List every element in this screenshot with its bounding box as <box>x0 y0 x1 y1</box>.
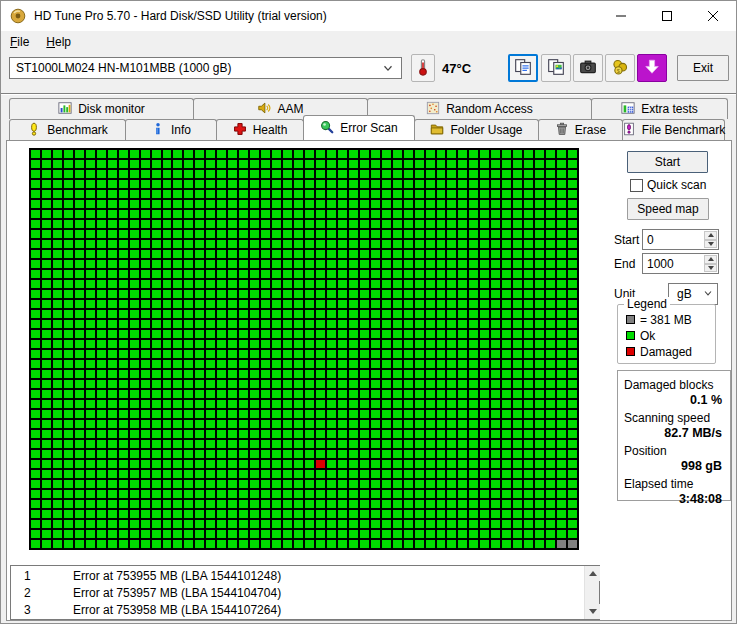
scroll-up-button[interactable] <box>585 566 600 581</box>
scan-block-ok <box>327 310 336 318</box>
erase-icon <box>555 122 569 139</box>
scan-block-ok <box>480 540 489 548</box>
menu-file[interactable]: File <box>2 33 37 51</box>
scan-block-ok <box>250 280 259 288</box>
scan-block-ok <box>415 340 424 348</box>
tab-extra-tests[interactable]: Extra tests <box>591 98 728 119</box>
download-button[interactable] <box>637 54 667 82</box>
tab-erase[interactable]: Erase <box>538 119 623 140</box>
quick-scan-option[interactable]: Quick scan <box>630 178 706 192</box>
error-list[interactable]: 1Error at 753955 MB (LBA 1544101248)2Err… <box>10 565 600 620</box>
temperature-button[interactable] <box>411 54 435 82</box>
scan-block-ok <box>480 430 489 438</box>
scan-block-ok <box>141 360 150 368</box>
speed-map-button[interactable]: Speed map <box>627 198 709 220</box>
scan-block-ok <box>250 440 259 448</box>
buy-button[interactable]: $ <box>605 54 635 82</box>
end-spin-up-button[interactable] <box>704 255 717 264</box>
scan-block-ok <box>327 210 336 218</box>
tab-benchmark[interactable]: Benchmark <box>9 119 126 140</box>
scan-block-ok <box>272 300 281 308</box>
screenshot-button[interactable] <box>573 54 603 82</box>
scan-block-ok <box>42 490 51 498</box>
scan-block-ok <box>513 410 522 418</box>
scan-block-ok <box>404 540 413 548</box>
scan-block-ok <box>31 470 40 478</box>
close-button[interactable] <box>690 1 736 31</box>
tab-folder-usage[interactable]: Folder Usage <box>414 119 539 140</box>
error-list-item[interactable]: 2Error at 753957 MB (LBA 1544104704) <box>11 584 583 601</box>
menu-help[interactable]: Help <box>38 33 79 51</box>
tab-health[interactable]: Health <box>216 119 304 140</box>
quick-scan-checkbox[interactable] <box>630 179 643 192</box>
scan-block-ok <box>173 490 182 498</box>
scan-block-ok <box>250 240 259 248</box>
scan-block-ok <box>546 200 555 208</box>
tab-file-benchmark[interactable]: File Benchmark <box>622 119 725 140</box>
scan-block-ok <box>141 380 150 388</box>
drive-select[interactable]: ST1000LM024 HN-M101MBB (1000 gB) <box>9 57 402 79</box>
scan-block-ok <box>141 440 150 448</box>
scan-block-ok <box>108 230 117 238</box>
scan-block-ok <box>53 410 62 418</box>
exit-button[interactable]: Exit <box>677 55 729 81</box>
end-spin-down-button[interactable] <box>704 264 717 273</box>
copy-image-button[interactable] <box>541 54 571 82</box>
scan-block-ok <box>272 290 281 298</box>
scan-block-ok <box>415 510 424 518</box>
scan-block-ok <box>217 270 226 278</box>
error-list-item[interactable]: 1Error at 753955 MB (LBA 1544101248) <box>11 567 583 584</box>
scan-block-ok <box>239 400 248 408</box>
start-position-input[interactable]: 0 <box>642 229 719 250</box>
start-spin-up-button[interactable] <box>704 231 717 240</box>
maximize-button[interactable] <box>644 1 690 31</box>
scan-block-ok <box>513 490 522 498</box>
scan-block-ok <box>491 330 500 338</box>
scan-block-ok <box>152 370 161 378</box>
unit-select[interactable]: gB <box>668 283 718 305</box>
tab-disk-monitor[interactable]: Disk monitor <box>9 98 194 119</box>
scan-block-ok <box>42 370 51 378</box>
scan-block-ok <box>261 380 270 388</box>
end-position-input[interactable]: 1000 <box>642 253 719 274</box>
copy-text-button[interactable] <box>508 54 538 82</box>
start-spin-down-button[interactable] <box>704 240 717 249</box>
scan-block-ok <box>415 310 424 318</box>
scan-block-ok <box>415 290 424 298</box>
scan-block-ok <box>206 330 215 338</box>
scan-block-ok <box>173 470 182 478</box>
scan-block-ok <box>349 350 358 358</box>
scan-block-ok <box>108 480 117 488</box>
scan-block-ok <box>546 360 555 368</box>
scan-block-ok <box>283 400 292 408</box>
scan-block-ok <box>360 520 369 528</box>
error-list-item[interactable]: 3Error at 753958 MB (LBA 1544107264) <box>11 601 583 618</box>
minimize-button[interactable] <box>598 1 644 31</box>
scan-block-ok <box>217 380 226 388</box>
scan-block-ok <box>184 470 193 478</box>
scan-block-ok <box>491 270 500 278</box>
scan-block-ok <box>97 440 106 448</box>
scan-block-ok <box>31 250 40 258</box>
scan-block-ok <box>141 480 150 488</box>
scan-block-ok <box>415 470 424 478</box>
scan-block-ok <box>524 450 533 458</box>
scan-block-ok <box>261 510 270 518</box>
error-list-scrollbar[interactable] <box>584 566 599 619</box>
scroll-down-button[interactable] <box>585 604 600 619</box>
scan-block-ok <box>64 290 73 298</box>
scan-block-ok <box>272 180 281 188</box>
scan-block-ok <box>184 270 193 278</box>
scan-block-ok <box>261 400 270 408</box>
scan-block-ok <box>404 270 413 278</box>
scan-block-ok <box>513 240 522 248</box>
scan-block-ok <box>546 390 555 398</box>
scan-block-ok <box>535 460 544 468</box>
scan-block-ok <box>316 540 325 548</box>
start-scan-button[interactable]: Start <box>627 151 708 173</box>
scan-block-ok <box>371 370 380 378</box>
tab-info[interactable]: Info <box>125 119 217 140</box>
scan-block-ok <box>64 480 73 488</box>
scan-block-ok <box>163 530 172 538</box>
tab-error-scan[interactable]: Error Scan <box>303 115 415 140</box>
